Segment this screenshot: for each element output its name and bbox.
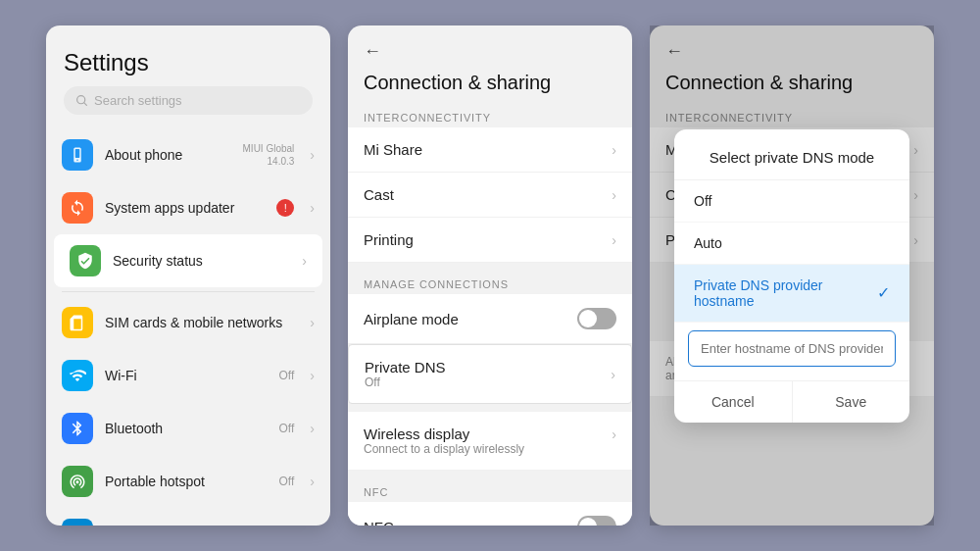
dns-option-off[interactable]: Off [674,180,909,223]
wireless-display-section: Wireless display › Connect to a display … [348,412,632,471]
private-dns-value: Off [365,376,611,389]
airplane-mode-item[interactable]: Airplane mode [348,294,632,344]
wireless-display-item[interactable]: Wireless display › Connect to a display … [348,412,632,471]
mi-share-item[interactable]: Mi Share › [348,127,632,173]
chevron-icon: › [612,142,616,158]
interconnectivity-section: INTERCONNECTIVITY Mi Share › Cast › Prin… [348,104,632,263]
settings-item-about-phone[interactable]: About phone MIUI Global14.0.3 › [46,128,330,181]
about-phone-label: About phone [105,147,231,163]
settings-title: Settings [64,49,313,76]
connection-sharing-header: ← [348,25,632,72]
save-button[interactable]: Save [793,381,910,423]
connection-sharing-dialog-panel: ← Connection & sharing INTERCONNECTIVITY… [650,25,934,526]
settings-list: About phone MIUI Global14.0.3 › System a… [46,125,330,526]
airplane-mode-toggle[interactable] [577,308,616,329]
system-apps-badge: ! [276,199,294,217]
sim-icon [62,307,93,338]
svg-line-1 [84,103,86,105]
settings-panel: Settings Search settings About phone MIU… [46,25,330,526]
dns-hostname-label: Private DNS provider hostname [694,277,877,309]
chevron-icon: › [310,474,315,489]
divider [62,291,315,292]
private-dns-item[interactable]: Private DNS Off › [348,344,632,404]
miui-badge: MIUI Global14.0.3 [243,142,295,168]
settings-item-system-apps[interactable]: System apps updater ! › [46,181,330,234]
search-bar[interactable]: Search settings [64,86,313,115]
private-dns-label: Private DNS [365,359,611,376]
chevron-icon: › [302,253,307,269]
system-apps-label: System apps updater [105,200,265,216]
chevron-icon: › [310,147,315,163]
search-placeholder: Search settings [94,93,182,108]
dns-off-label: Off [694,193,711,209]
settings-item-bluetooth[interactable]: Bluetooth Off › [46,402,330,455]
private-dns-dialog: Select private DNS mode Off Auto Private… [674,129,909,423]
cancel-button[interactable]: Cancel [674,381,793,423]
nfc-item-label: NFC [364,519,577,526]
wireless-display-sub: Connect to a display wirelessly [364,442,524,456]
wifi-icon [62,360,93,391]
printing-item[interactable]: Printing › [348,218,632,263]
security-label: Security status [113,253,290,269]
mi-share-label: Mi Share [364,141,612,158]
hotspot-icon [62,466,93,497]
security-icon [70,245,101,276]
settings-item-vpn[interactable]: VPN › [46,508,330,526]
about-phone-icon [62,139,93,171]
svg-point-4 [76,160,78,162]
dialog-actions: Cancel Save [674,380,909,423]
bluetooth-icon [62,413,93,444]
connection-sharing-panel: ← Connection & sharing INTERCONNECTIVITY… [348,25,632,526]
dns-option-auto[interactable]: Auto [674,223,909,265]
hotspot-value: Off [279,475,295,488]
settings-header: Settings Search settings [46,25,330,125]
dns-auto-label: Auto [694,235,722,251]
system-apps-icon [62,192,93,224]
svg-rect-3 [75,149,80,158]
nfc-toggle[interactable] [577,516,616,526]
settings-item-security-status[interactable]: Security status › [54,234,322,287]
dialog-title: Select private DNS mode [674,149,909,180]
chevron-icon: › [310,368,315,383]
hotspot-label: Portable hotspot [105,474,268,489]
nfc-section: NFC NFC Allow data exchange when this de… [348,478,632,526]
printing-label: Printing [364,231,612,248]
cast-label: Cast [364,186,612,203]
bluetooth-value: Off [279,422,295,435]
nfc-item[interactable]: NFC Allow data exchange when this device… [348,502,632,526]
vpn-icon [62,519,93,526]
checkmark-icon: ✓ [877,283,890,302]
sim-label: SIM cards & mobile networks [105,315,298,330]
settings-item-wifi[interactable]: Wi-Fi Off › [46,349,330,402]
nfc-label: NFC [348,478,632,502]
dns-option-hostname[interactable]: Private DNS provider hostname ✓ [674,265,909,323]
settings-item-sim[interactable]: SIM cards & mobile networks › [46,296,330,349]
connection-sharing-title: Connection & sharing [364,72,616,94]
chevron-icon: › [310,315,315,330]
wireless-display-label: Wireless display [364,426,612,442]
dns-dialog-overlay: Select private DNS mode Off Auto Private… [650,25,934,526]
wifi-label: Wi-Fi [105,368,268,383]
chevron-icon: › [612,232,616,248]
wifi-value: Off [279,369,295,382]
manage-connections-section: MANAGE CONNECTIONS Airplane mode Private… [348,271,632,404]
settings-item-hotspot[interactable]: Portable hotspot Off › [46,455,330,508]
chevron-icon: › [310,421,315,436]
manage-connections-label: MANAGE CONNECTIONS [348,271,632,294]
cast-item[interactable]: Cast › [348,173,632,218]
bluetooth-label: Bluetooth [105,421,268,436]
chevron-icon: › [611,367,615,382]
search-icon [75,94,88,107]
airplane-mode-label: Airplane mode [364,311,577,327]
back-button[interactable]: ← [364,41,381,62]
interconnectivity-label: INTERCONNECTIVITY [348,104,632,127]
chevron-icon: › [612,426,616,442]
chevron-icon: › [612,187,616,203]
hostname-input[interactable] [688,330,896,367]
chevron-icon: › [310,200,315,216]
